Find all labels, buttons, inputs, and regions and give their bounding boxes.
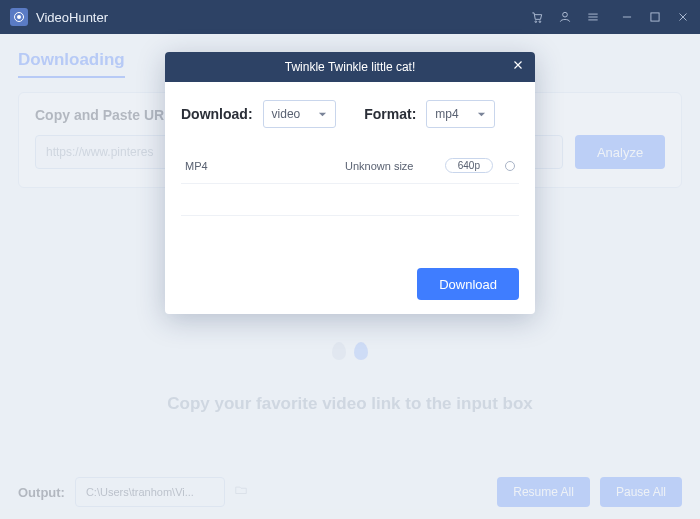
menu-icon[interactable] — [586, 10, 600, 24]
quality-badge[interactable]: 640p — [445, 158, 493, 173]
download-label: Download: — [181, 106, 253, 122]
download-options-modal: Twinkle Twinkle little cat! Download: vi… — [165, 52, 535, 314]
modal-close-button[interactable] — [511, 58, 525, 75]
format-label: Format: — [364, 106, 416, 122]
app-logo-icon — [10, 8, 28, 26]
modal-title: Twinkle Twinkle little cat! — [285, 60, 416, 74]
svg-point-1 — [17, 15, 21, 19]
format-radio[interactable] — [505, 161, 515, 171]
format-row: MP4 Unknown size 640p — [181, 148, 519, 184]
modal-header: Twinkle Twinkle little cat! — [165, 52, 535, 82]
download-type-value: video — [272, 107, 301, 121]
title-bar: VideoHunter — [0, 0, 700, 34]
minimize-icon[interactable] — [620, 10, 634, 24]
format-select[interactable]: mp4 — [426, 100, 494, 128]
format-value: mp4 — [435, 107, 458, 121]
user-icon[interactable] — [558, 10, 572, 24]
svg-point-2 — [535, 21, 537, 23]
download-button[interactable]: Download — [417, 268, 519, 300]
app-title: VideoHunter — [36, 10, 108, 25]
cart-icon[interactable] — [530, 10, 544, 24]
format-size: Unknown size — [345, 160, 445, 172]
svg-point-3 — [539, 21, 541, 23]
format-row-empty — [181, 184, 519, 216]
svg-rect-5 — [651, 13, 659, 21]
format-row-empty — [181, 216, 519, 248]
svg-point-4 — [563, 12, 568, 17]
download-type-select[interactable]: video — [263, 100, 337, 128]
maximize-icon[interactable] — [648, 10, 662, 24]
close-icon[interactable] — [676, 10, 690, 24]
format-type: MP4 — [185, 160, 345, 172]
